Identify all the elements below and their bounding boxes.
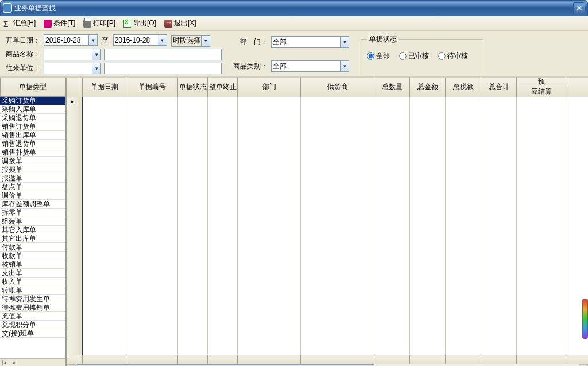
product-combo[interactable] — [44, 49, 92, 60]
sidebar-item[interactable]: 其它入库单 — [0, 226, 65, 234]
sidebar-item[interactable]: 收入单 — [0, 278, 65, 286]
status-legend: 单据状态 — [367, 34, 399, 44]
sidebar-item[interactable]: 调价单 — [0, 191, 65, 200]
sidebar-item[interactable]: 其它出库单 — [0, 234, 65, 243]
sidebar-header: 单据类型 — [0, 78, 65, 97]
sidebar-nav: |◂ ◂ — [0, 358, 65, 367]
sidebar-item[interactable]: 组装单 — [0, 217, 65, 226]
sidebar-list[interactable]: 采购订货单采购入库单采购退货单销售订货单销售出库单销售退货单销售补货单调拨单报损… — [0, 97, 65, 358]
partner-combo[interactable] — [44, 63, 92, 74]
scroll-thumb[interactable] — [76, 364, 374, 367]
column-header[interactable]: 总金额 — [410, 78, 446, 97]
sidebar-item[interactable]: 库存差额调整单 — [0, 200, 65, 209]
sidebar-item[interactable]: 采购入库单 — [0, 105, 65, 114]
column-header[interactable]: 部门 — [238, 78, 301, 97]
column-header[interactable]: 单据状态 — [178, 78, 208, 97]
export-button[interactable]: 导出[O] — [123, 18, 156, 28]
partner-extra-input[interactable] — [104, 63, 222, 74]
scroll-right-button[interactable]: ▸ — [579, 364, 588, 367]
sidebar-item[interactable]: 销售退货单 — [0, 140, 65, 148]
period-dropdown[interactable] — [201, 35, 210, 47]
row-indicator — [67, 97, 83, 355]
product-label: 商品名称： — [6, 49, 40, 59]
sidebar-item[interactable]: 待摊费用摊销单 — [0, 303, 65, 312]
category-select[interactable] — [271, 60, 340, 72]
exit-button[interactable]: 退出[X] — [164, 18, 196, 28]
sidebar-item[interactable]: 核销单 — [0, 260, 65, 269]
sidebar-item[interactable]: 收款单 — [0, 252, 65, 260]
sidebar-item[interactable]: 销售订货单 — [0, 122, 65, 131]
sidebar-item[interactable]: 报损单 — [0, 165, 65, 174]
period-select[interactable] — [171, 35, 201, 47]
category-dropdown[interactable] — [340, 60, 349, 72]
column-header[interactable] — [67, 78, 83, 97]
date-from-label: 开单日期： — [6, 36, 40, 45]
grid-summary-row — [67, 355, 588, 364]
date-from-input[interactable] — [44, 34, 88, 46]
sidebar-item[interactable]: 销售出库单 — [0, 131, 65, 140]
summary-button[interactable]: 汇总[H] — [3, 18, 36, 28]
date-from-dropdown[interactable] — [88, 34, 98, 46]
sidebar-item[interactable]: 付款单 — [0, 243, 65, 252]
sidebar-item[interactable]: 报溢单 — [0, 174, 65, 183]
status-all-radio[interactable]: 全部 — [367, 51, 390, 61]
column-header[interactable]: 总合计 — [481, 78, 517, 97]
sidebar-item[interactable]: 拆零单 — [0, 209, 65, 217]
column-header[interactable]: 供货商 — [301, 78, 374, 97]
dept-label: 部 门： — [233, 37, 268, 47]
grid-header: 单据日期单据编号单据状态整单终止部门供货商总数量总金额总税额总合计预应结算 — [67, 78, 588, 97]
sigma-icon — [3, 20, 11, 28]
dept-select[interactable] — [271, 36, 340, 48]
condition-icon — [44, 20, 52, 28]
dept-dropdown[interactable] — [340, 36, 349, 48]
data-grid[interactable]: 单据日期单据编号单据状态整单终止部门供货商总数量总金额总税额总合计预应结算 ◂ … — [66, 78, 588, 367]
title-bar: 业务单据查找 ✕ — [0, 0, 588, 16]
content-area: 单据类型 采购订货单采购入库单采购退货单销售订货单销售出库单销售退货单销售补货单… — [0, 77, 588, 367]
column-header[interactable]: 单据日期 — [83, 78, 126, 97]
date-to-input[interactable] — [113, 34, 158, 46]
toolbar: 汇总[H] 条件[T] 打印[P] 导出[O] 退出[X] — [0, 16, 588, 31]
product-dropdown[interactable] — [92, 49, 101, 60]
sidebar-item[interactable]: 待摊费用发生单 — [0, 295, 65, 303]
nav-first[interactable]: |◂ — [0, 359, 9, 367]
date-to-dropdown[interactable] — [158, 34, 167, 46]
status-group: 单据状态 全部 已审核 待审核 — [361, 34, 483, 74]
sidebar-item[interactable]: 兑现积分单 — [0, 321, 65, 329]
partner-label: 往来单位： — [6, 63, 40, 73]
print-button[interactable]: 打印[P] — [83, 18, 115, 28]
main-grid-area: 单据日期单据编号单据状态整单终止部门供货商总数量总金额总税额总合计预应结算 ◂ … — [66, 78, 588, 367]
color-strip — [582, 299, 588, 339]
category-label: 商品类别： — [233, 61, 268, 71]
sidebar-item[interactable]: 盘点单 — [0, 183, 65, 191]
column-header[interactable]: 整单终止 — [208, 78, 238, 97]
window-title: 业务单据查找 — [14, 3, 573, 13]
excel-icon — [123, 20, 131, 28]
column-header-group[interactable]: 预 — [517, 78, 566, 87]
condition-button[interactable]: 条件[T] — [44, 18, 75, 28]
sidebar-item[interactable]: 采购订货单 — [0, 97, 65, 105]
column-header[interactable]: 总税额 — [446, 78, 481, 97]
sidebar-item[interactable]: 采购退货单 — [0, 114, 65, 122]
close-button[interactable]: ✕ — [573, 2, 585, 14]
product-extra-input[interactable] — [104, 49, 222, 60]
sidebar-item[interactable]: 充值单 — [0, 312, 65, 321]
filter-panel: 开单日期： 至 商品名称： 往来单位： 部 门： 商品类别： 单据状态 全部 已… — [0, 31, 588, 77]
app-icon — [3, 3, 12, 13]
status-approved-radio[interactable]: 已审核 — [399, 51, 429, 61]
sidebar-item[interactable]: 转帐单 — [0, 286, 65, 295]
scroll-left-button[interactable]: ◂ — [67, 364, 76, 367]
column-header[interactable]: 总数量 — [374, 78, 410, 97]
status-pending-radio[interactable]: 待审核 — [438, 51, 468, 61]
nav-prev[interactable]: ◂ — [9, 359, 18, 367]
column-header[interactable]: 应结算 — [517, 87, 566, 97]
sidebar-item[interactable]: 支出单 — [0, 269, 65, 278]
sidebar-item[interactable]: 交(接)班单 — [0, 329, 65, 338]
sidebar-item[interactable]: 调拨单 — [0, 157, 65, 165]
sidebar: 单据类型 采购订货单采购入库单采购退货单销售订货单销售出库单销售退货单销售补货单… — [0, 78, 66, 367]
horizontal-scrollbar[interactable]: ◂ ▸ — [67, 364, 588, 367]
exit-icon — [164, 20, 172, 28]
grid-body — [67, 97, 588, 355]
partner-dropdown[interactable] — [92, 63, 101, 74]
sidebar-item[interactable]: 销售补货单 — [0, 148, 65, 157]
column-header[interactable]: 单据编号 — [126, 78, 178, 97]
